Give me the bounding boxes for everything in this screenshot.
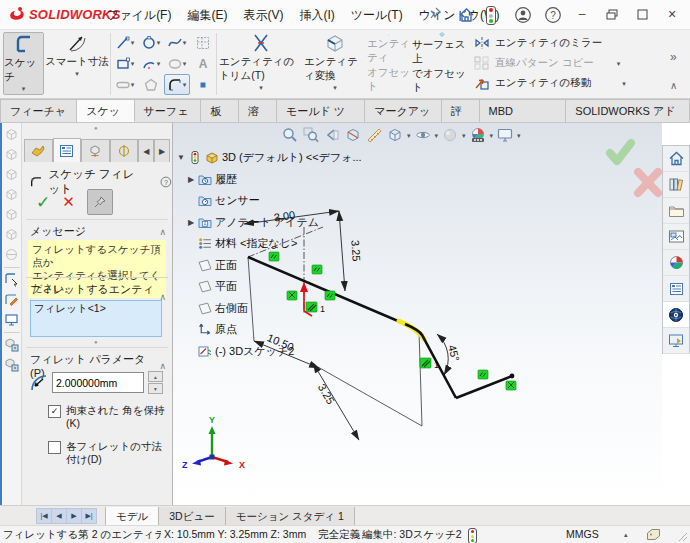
tab-3d-views[interactable]: 3Dビュー	[159, 507, 225, 525]
menu-view[interactable]: 表示(V)	[236, 4, 290, 27]
units-caret-icon[interactable]: ▴	[624, 531, 628, 539]
tab-feature-manager[interactable]	[24, 139, 53, 162]
keep-visible-pin-button[interactable]	[87, 189, 113, 215]
relation-badge[interactable]	[269, 252, 279, 261]
design-library-button[interactable]	[663, 172, 689, 198]
relation-badge[interactable]	[325, 291, 335, 300]
line-tool-button[interactable]: ▾	[112, 32, 138, 53]
resize-grip[interactable]	[678, 532, 688, 542]
relation-badge[interactable]	[287, 291, 297, 300]
ribbon-overflow-button[interactable]: »	[670, 50, 677, 64]
relation-badge[interactable]	[506, 381, 516, 390]
circle-tool-button[interactable]: ▾	[138, 32, 164, 53]
ok-button[interactable]: ✓	[36, 192, 50, 213]
mirror-entities-button[interactable]: エンティティのミラー	[474, 36, 602, 50]
select-entity-tool-icon[interactable]	[4, 272, 19, 287]
menu-edit[interactable]: 編集(E)	[180, 4, 234, 27]
tab-model[interactable]: モデル	[105, 507, 159, 525]
dimension-text-bottom[interactable]: 3.25	[316, 382, 337, 407]
ellipse-tool-button[interactable]: ▾	[164, 53, 190, 74]
splitter-handle-icon[interactable]: ●	[94, 125, 98, 131]
view-cube-tool-icon[interactable]	[4, 187, 19, 202]
restore-button[interactable]	[600, 4, 624, 24]
view-cube-tool-icon[interactable]	[4, 227, 19, 242]
view-cube-tool-icon[interactable]	[4, 147, 19, 162]
sketch-tools-icon[interactable]	[4, 292, 19, 307]
cm-tab-addins[interactable]: SOLIDWORKS アドイン	[566, 99, 690, 122]
convert-entities-button[interactable]: エンティティ変換 ▾	[304, 32, 366, 95]
linear-pattern-button[interactable]: 直線パターン コピー ▾	[474, 56, 620, 70]
rectangle-tool-button[interactable]: ▾	[112, 53, 138, 74]
cm-tab-mold-tools[interactable]: モールド ツール	[277, 99, 365, 122]
panel-tab-scroll-left[interactable]: ◀	[138, 139, 154, 162]
graphics-area[interactable]: ▾ ▾ ▾ ▾ ▾ ▼ 3D (デフォルト) <<デフォ...	[173, 123, 662, 505]
sketch-viewport[interactable]: 3.00 3.25 10.50 3.25 45°	[173, 123, 662, 505]
radius-spin-up[interactable]: ▴	[148, 371, 163, 382]
dimension-line-325-right[interactable]	[339, 211, 345, 291]
view-palette-button[interactable]	[663, 224, 689, 250]
dimension-each-label[interactable]: 各フィレットの寸法付け(D)	[66, 440, 166, 466]
traffic-light-icon[interactable]	[486, 6, 496, 25]
dimension-each-checkbox[interactable]	[48, 441, 61, 454]
help-icon[interactable]: ?	[542, 5, 564, 25]
arc-tool-button[interactable]: ▾	[138, 53, 164, 74]
home-icon[interactable]	[455, 5, 477, 25]
cm-tab-evaluate[interactable]: 評価	[442, 99, 480, 122]
tab-configuration-manager[interactable]	[81, 139, 110, 162]
move-entities-button[interactable]: エンティティの移動 ▾	[474, 76, 626, 90]
nav-prev-button[interactable]: ◀	[52, 509, 66, 523]
user-account-icon[interactable]	[512, 5, 534, 25]
ribbon-collapse-button[interactable]: ∧	[670, 80, 677, 91]
menu-insert[interactable]: 挿入(I)	[292, 4, 341, 27]
spline-tool-button[interactable]: ▾	[164, 32, 190, 53]
sketch-line[interactable]	[248, 257, 405, 324]
keep-corner-label[interactable]: 拘束された 角を保持(K)	[66, 404, 166, 430]
menu-tools[interactable]: ツール(T)	[344, 4, 410, 27]
point-tool-button[interactable]	[190, 74, 216, 95]
tab-dimxpert-manager[interactable]	[110, 139, 139, 162]
cm-tab-sheet-metal[interactable]: 板金	[201, 99, 239, 122]
entities-selection-list[interactable]: フィレット<1>	[30, 300, 162, 337]
cm-tab-surfaces[interactable]: サーフェス	[135, 99, 202, 122]
layered-cube-tool-icon[interactable]	[4, 357, 19, 372]
confirm-ok-icon[interactable]	[610, 143, 631, 161]
offset-entities-button[interactable]: エンティティ オフセット	[367, 34, 411, 94]
nav-first-button[interactable]: |◀	[37, 509, 51, 523]
minimize-button[interactable]: –	[570, 4, 594, 24]
dimension-text-left[interactable]: 10.50	[266, 331, 296, 353]
monitor-tool-icon[interactable]	[4, 312, 19, 327]
section-handle-icon[interactable]: ●	[94, 339, 98, 345]
cm-tab-mbd-dimension[interactable]: MBD Dimension	[480, 99, 567, 122]
smart-dimension-button[interactable]: スマート寸法 ▾	[45, 32, 109, 95]
sketch-button[interactable]: スケッチ ▾	[3, 32, 44, 95]
maximize-button[interactable]	[630, 4, 654, 24]
cm-tab-features[interactable]: フィーチャー	[0, 99, 77, 122]
status-traffic-light-icon[interactable]	[468, 528, 477, 543]
panel-help-icon[interactable]: ?	[160, 175, 172, 189]
pin-menu-icon[interactable]	[428, 6, 442, 20]
sketch-endpoint[interactable]	[510, 374, 515, 379]
radius-spin-down[interactable]: ▾	[148, 383, 163, 394]
sketch-picture-button[interactable]	[190, 32, 216, 53]
nav-last-button[interactable]: ▶|	[82, 509, 96, 523]
dimension-text-right[interactable]: 3.25	[349, 240, 362, 262]
cancel-button[interactable]: ✕	[62, 193, 75, 211]
cm-tab-sketch[interactable]: スケッチ	[77, 99, 134, 122]
view-sphere-tool-icon[interactable]	[4, 247, 19, 262]
layered-cube-tool-icon[interactable]	[4, 337, 19, 352]
confirm-cancel-icon[interactable]	[638, 172, 658, 193]
text-tool-button[interactable]: A	[190, 53, 216, 74]
relation-badge[interactable]: 1	[420, 358, 439, 370]
status-tag-icon[interactable]	[646, 528, 661, 541]
slot-tool-button[interactable]: ▾	[112, 74, 138, 95]
view-cube-tool-icon[interactable]	[4, 207, 19, 222]
relation-badge[interactable]	[312, 265, 322, 274]
dimension-line-325-bottom[interactable]	[313, 363, 359, 440]
tab-motion-study[interactable]: モーション スタディ 1	[226, 507, 355, 525]
offset-on-surface-button[interactable]: サーフェス上 でオフセット	[412, 32, 472, 95]
selection-list-item[interactable]: フィレット<1>	[34, 302, 158, 316]
subscription-services-button[interactable]	[663, 328, 689, 354]
relation-badge[interactable]	[478, 370, 488, 379]
file-explorer-button[interactable]	[663, 198, 689, 224]
nav-next-button[interactable]: ▶	[67, 509, 81, 523]
